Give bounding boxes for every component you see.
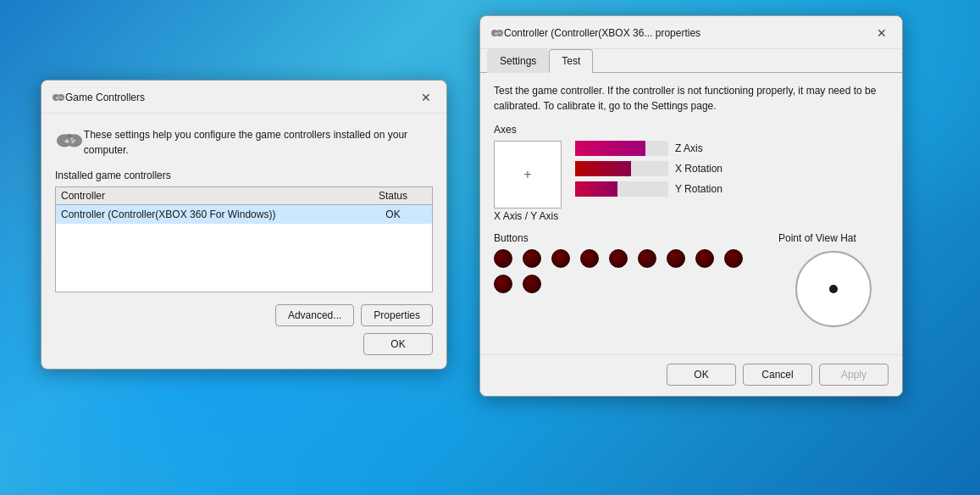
properties-titlebar: Controller (Controller(XBOX 36... proper… (480, 16, 902, 49)
button-8 (695, 249, 714, 268)
svg-point-21 (498, 32, 500, 34)
svg-point-12 (70, 138, 73, 141)
ok-row: OK (55, 333, 433, 355)
tab-settings[interactable]: Settings (487, 49, 549, 73)
controller-name: Controller (Controller(XBOX 360 For Wind… (61, 209, 359, 220)
button-10 (494, 275, 512, 293)
crosshair-symbol: + (523, 167, 531, 182)
xr-axis-row: X Rotation (575, 161, 889, 176)
game-controllers-content: These settings help you configure the ga… (42, 114, 446, 369)
gamepad-icon-large (55, 124, 84, 154)
properties-icon (490, 26, 504, 40)
axis-bars: Z Axis X Rotation Y Rotation (575, 141, 889, 197)
controllers-table: Controller Status Controller (Controller… (55, 186, 433, 292)
svg-rect-20 (495, 33, 498, 35)
col-controller-header: Controller (61, 190, 359, 202)
button-1 (494, 249, 512, 268)
button-7 (667, 249, 685, 268)
axes-title: Axes (494, 124, 889, 136)
z-axis-row: Z Axis (575, 141, 889, 156)
button-3 (551, 249, 570, 268)
game-controllers-close-button[interactable]: ✕ (416, 87, 436, 108)
button-6 (638, 249, 656, 268)
table-header: Controller Status (56, 187, 432, 205)
properties-button[interactable]: Properties (361, 304, 433, 326)
svg-point-22 (500, 33, 501, 35)
buttons-label: Buttons (494, 232, 765, 244)
button-4 (580, 249, 599, 268)
axes-section: Axes + X Axis / Y Axis Z Axis (494, 124, 889, 222)
properties-title: Controller (Controller(XBOX 36... proper… (504, 27, 872, 39)
props-content: Test the game controller. If the control… (480, 73, 902, 354)
tab-bar: Settings Test (480, 49, 902, 73)
buttons-hat-row: Buttons (494, 232, 889, 334)
z-axis-label: Z Axis (675, 142, 703, 154)
tab-test[interactable]: Test (549, 49, 593, 73)
header-text: These settings help you configure the ga… (84, 124, 433, 158)
game-controllers-dialog: Game Controllers ✕ These settings help y… (41, 80, 447, 370)
hat-section: Point of View Hat (778, 232, 889, 334)
axes-area: + X Axis / Y Axis Z Axis (494, 141, 889, 222)
svg-point-14 (71, 141, 74, 143)
svg-rect-11 (64, 141, 69, 142)
svg-point-5 (59, 97, 61, 98)
z-axis-bar-container (575, 141, 668, 156)
col-status-header: Status (359, 190, 427, 202)
dialog-footer: OK Cancel Apply (480, 354, 902, 396)
game-controllers-title: Game Controllers (65, 92, 416, 103)
xr-axis-fill (575, 161, 631, 176)
hat-label: Point of View Hat (778, 232, 889, 244)
controller-status: OK (359, 209, 427, 220)
xr-axis-bar-container (575, 161, 668, 176)
description-text: Test the game controller. If the control… (494, 83, 889, 114)
yr-axis-fill (575, 181, 617, 197)
buttons-section: Buttons (494, 232, 765, 334)
svg-rect-4 (56, 97, 59, 99)
yr-axis-bar-container (575, 181, 668, 197)
header-row: These settings help you configure the ga… (55, 124, 433, 158)
button-5 (609, 249, 628, 268)
props-apply-button[interactable]: Apply (819, 364, 889, 386)
gc-ok-button[interactable]: OK (363, 333, 433, 355)
yr-axis-label: Y Rotation (675, 183, 723, 195)
bottom-buttons: Advanced... Properties (55, 304, 433, 326)
z-axis-fill (575, 141, 645, 156)
table-empty-area (56, 224, 432, 292)
game-controllers-titlebar: Game Controllers ✕ (42, 81, 446, 114)
buttons-row-1 (494, 249, 765, 268)
button-9 (724, 249, 743, 268)
svg-point-6 (61, 97, 63, 99)
xy-label: X Axis / Y Axis (494, 210, 562, 222)
table-row[interactable]: Controller (Controller(XBOX 360 For Wind… (56, 205, 432, 224)
xy-axis-square: + (494, 141, 562, 209)
xr-axis-label: X Rotation (675, 163, 723, 175)
advanced-button[interactable]: Advanced... (275, 304, 354, 326)
svg-rect-15 (67, 134, 72, 137)
props-cancel-button[interactable]: Cancel (743, 364, 812, 386)
button-2 (523, 249, 541, 268)
gamepad-icon-small (52, 91, 65, 104)
properties-dialog: Controller (Controller(XBOX 36... proper… (479, 15, 903, 397)
props-ok-button[interactable]: OK (667, 364, 736, 386)
installed-label: Installed game controllers (55, 170, 433, 181)
buttons-grid (494, 249, 765, 293)
button-11 (523, 275, 541, 293)
properties-close-button[interactable]: ✕ (872, 23, 892, 43)
hat-dot (829, 285, 838, 293)
yr-axis-row: Y Rotation (575, 181, 889, 197)
buttons-row-2 (494, 275, 765, 293)
hat-circle (795, 251, 872, 327)
